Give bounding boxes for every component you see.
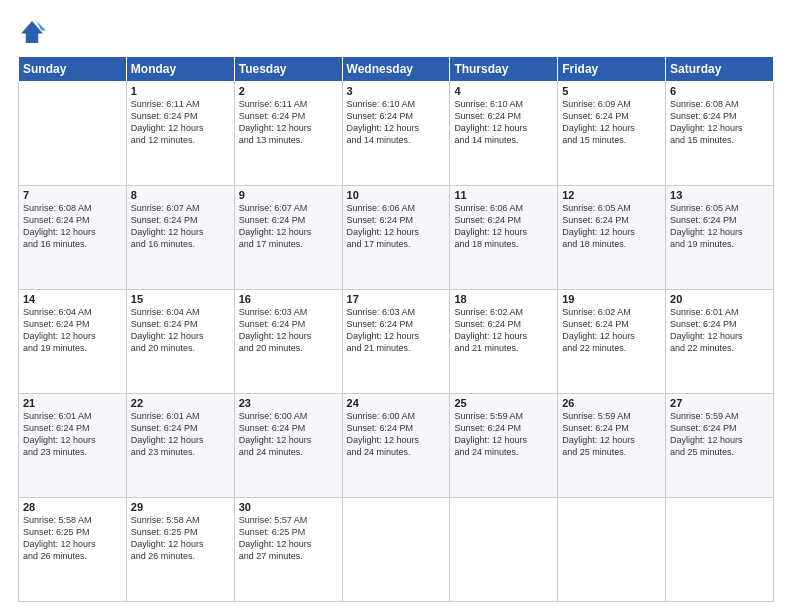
calendar-cell: 2Sunrise: 6:11 AM Sunset: 6:24 PM Daylig… bbox=[234, 82, 342, 186]
day-info: Sunrise: 6:03 AM Sunset: 6:24 PM Dayligh… bbox=[347, 306, 446, 355]
day-info: Sunrise: 6:08 AM Sunset: 6:24 PM Dayligh… bbox=[23, 202, 122, 251]
calendar-week-3: 14Sunrise: 6:04 AM Sunset: 6:24 PM Dayli… bbox=[19, 290, 774, 394]
calendar-cell: 1Sunrise: 6:11 AM Sunset: 6:24 PM Daylig… bbox=[126, 82, 234, 186]
day-info: Sunrise: 6:00 AM Sunset: 6:24 PM Dayligh… bbox=[347, 410, 446, 459]
day-header-saturday: Saturday bbox=[666, 57, 774, 82]
logo bbox=[18, 18, 50, 46]
calendar-cell: 13Sunrise: 6:05 AM Sunset: 6:24 PM Dayli… bbox=[666, 186, 774, 290]
calendar-cell: 4Sunrise: 6:10 AM Sunset: 6:24 PM Daylig… bbox=[450, 82, 558, 186]
day-info: Sunrise: 6:03 AM Sunset: 6:24 PM Dayligh… bbox=[239, 306, 338, 355]
day-info: Sunrise: 5:59 AM Sunset: 6:24 PM Dayligh… bbox=[454, 410, 553, 459]
day-number: 16 bbox=[239, 293, 338, 305]
day-number: 21 bbox=[23, 397, 122, 409]
logo-icon bbox=[18, 18, 46, 46]
day-number: 9 bbox=[239, 189, 338, 201]
day-number: 10 bbox=[347, 189, 446, 201]
day-number: 8 bbox=[131, 189, 230, 201]
calendar-cell: 26Sunrise: 5:59 AM Sunset: 6:24 PM Dayli… bbox=[558, 394, 666, 498]
calendar-cell bbox=[450, 498, 558, 602]
calendar-cell: 22Sunrise: 6:01 AM Sunset: 6:24 PM Dayli… bbox=[126, 394, 234, 498]
day-header-sunday: Sunday bbox=[19, 57, 127, 82]
day-info: Sunrise: 5:59 AM Sunset: 6:24 PM Dayligh… bbox=[670, 410, 769, 459]
day-info: Sunrise: 6:01 AM Sunset: 6:24 PM Dayligh… bbox=[670, 306, 769, 355]
day-number: 25 bbox=[454, 397, 553, 409]
day-info: Sunrise: 6:00 AM Sunset: 6:24 PM Dayligh… bbox=[239, 410, 338, 459]
calendar-cell: 6Sunrise: 6:08 AM Sunset: 6:24 PM Daylig… bbox=[666, 82, 774, 186]
calendar-cell: 12Sunrise: 6:05 AM Sunset: 6:24 PM Dayli… bbox=[558, 186, 666, 290]
calendar-header-row: SundayMondayTuesdayWednesdayThursdayFrid… bbox=[19, 57, 774, 82]
day-info: Sunrise: 6:01 AM Sunset: 6:24 PM Dayligh… bbox=[131, 410, 230, 459]
day-number: 5 bbox=[562, 85, 661, 97]
day-number: 30 bbox=[239, 501, 338, 513]
day-info: Sunrise: 6:04 AM Sunset: 6:24 PM Dayligh… bbox=[131, 306, 230, 355]
day-header-tuesday: Tuesday bbox=[234, 57, 342, 82]
day-info: Sunrise: 6:05 AM Sunset: 6:24 PM Dayligh… bbox=[670, 202, 769, 251]
day-number: 27 bbox=[670, 397, 769, 409]
calendar-cell: 29Sunrise: 5:58 AM Sunset: 6:25 PM Dayli… bbox=[126, 498, 234, 602]
day-info: Sunrise: 6:05 AM Sunset: 6:24 PM Dayligh… bbox=[562, 202, 661, 251]
day-info: Sunrise: 6:11 AM Sunset: 6:24 PM Dayligh… bbox=[239, 98, 338, 147]
calendar-cell: 18Sunrise: 6:02 AM Sunset: 6:24 PM Dayli… bbox=[450, 290, 558, 394]
day-info: Sunrise: 6:08 AM Sunset: 6:24 PM Dayligh… bbox=[670, 98, 769, 147]
day-number: 26 bbox=[562, 397, 661, 409]
calendar-cell bbox=[19, 82, 127, 186]
day-info: Sunrise: 6:10 AM Sunset: 6:24 PM Dayligh… bbox=[347, 98, 446, 147]
calendar-cell: 14Sunrise: 6:04 AM Sunset: 6:24 PM Dayli… bbox=[19, 290, 127, 394]
day-info: Sunrise: 6:02 AM Sunset: 6:24 PM Dayligh… bbox=[454, 306, 553, 355]
day-number: 2 bbox=[239, 85, 338, 97]
day-number: 11 bbox=[454, 189, 553, 201]
day-number: 29 bbox=[131, 501, 230, 513]
day-number: 19 bbox=[562, 293, 661, 305]
calendar-week-1: 1Sunrise: 6:11 AM Sunset: 6:24 PM Daylig… bbox=[19, 82, 774, 186]
day-info: Sunrise: 5:57 AM Sunset: 6:25 PM Dayligh… bbox=[239, 514, 338, 563]
header bbox=[18, 18, 774, 46]
calendar-cell bbox=[342, 498, 450, 602]
calendar-cell: 9Sunrise: 6:07 AM Sunset: 6:24 PM Daylig… bbox=[234, 186, 342, 290]
calendar-cell: 30Sunrise: 5:57 AM Sunset: 6:25 PM Dayli… bbox=[234, 498, 342, 602]
calendar-cell: 7Sunrise: 6:08 AM Sunset: 6:24 PM Daylig… bbox=[19, 186, 127, 290]
calendar-cell: 5Sunrise: 6:09 AM Sunset: 6:24 PM Daylig… bbox=[558, 82, 666, 186]
day-number: 7 bbox=[23, 189, 122, 201]
day-header-wednesday: Wednesday bbox=[342, 57, 450, 82]
day-number: 13 bbox=[670, 189, 769, 201]
calendar-cell: 3Sunrise: 6:10 AM Sunset: 6:24 PM Daylig… bbox=[342, 82, 450, 186]
calendar-cell: 25Sunrise: 5:59 AM Sunset: 6:24 PM Dayli… bbox=[450, 394, 558, 498]
calendar-cell bbox=[666, 498, 774, 602]
day-info: Sunrise: 5:59 AM Sunset: 6:24 PM Dayligh… bbox=[562, 410, 661, 459]
day-info: Sunrise: 5:58 AM Sunset: 6:25 PM Dayligh… bbox=[131, 514, 230, 563]
day-info: Sunrise: 6:09 AM Sunset: 6:24 PM Dayligh… bbox=[562, 98, 661, 147]
day-info: Sunrise: 6:07 AM Sunset: 6:24 PM Dayligh… bbox=[239, 202, 338, 251]
day-header-friday: Friday bbox=[558, 57, 666, 82]
day-number: 15 bbox=[131, 293, 230, 305]
calendar-cell: 16Sunrise: 6:03 AM Sunset: 6:24 PM Dayli… bbox=[234, 290, 342, 394]
calendar-cell: 23Sunrise: 6:00 AM Sunset: 6:24 PM Dayli… bbox=[234, 394, 342, 498]
day-info: Sunrise: 6:06 AM Sunset: 6:24 PM Dayligh… bbox=[347, 202, 446, 251]
calendar-cell: 27Sunrise: 5:59 AM Sunset: 6:24 PM Dayli… bbox=[666, 394, 774, 498]
calendar-cell: 19Sunrise: 6:02 AM Sunset: 6:24 PM Dayli… bbox=[558, 290, 666, 394]
page: SundayMondayTuesdayWednesdayThursdayFrid… bbox=[0, 0, 792, 612]
day-number: 20 bbox=[670, 293, 769, 305]
day-number: 3 bbox=[347, 85, 446, 97]
calendar-cell: 20Sunrise: 6:01 AM Sunset: 6:24 PM Dayli… bbox=[666, 290, 774, 394]
calendar-cell: 21Sunrise: 6:01 AM Sunset: 6:24 PM Dayli… bbox=[19, 394, 127, 498]
calendar-week-5: 28Sunrise: 5:58 AM Sunset: 6:25 PM Dayli… bbox=[19, 498, 774, 602]
calendar-cell: 15Sunrise: 6:04 AM Sunset: 6:24 PM Dayli… bbox=[126, 290, 234, 394]
day-number: 24 bbox=[347, 397, 446, 409]
day-info: Sunrise: 6:10 AM Sunset: 6:24 PM Dayligh… bbox=[454, 98, 553, 147]
calendar-cell: 8Sunrise: 6:07 AM Sunset: 6:24 PM Daylig… bbox=[126, 186, 234, 290]
calendar-week-2: 7Sunrise: 6:08 AM Sunset: 6:24 PM Daylig… bbox=[19, 186, 774, 290]
day-info: Sunrise: 6:11 AM Sunset: 6:24 PM Dayligh… bbox=[131, 98, 230, 147]
calendar-table: SundayMondayTuesdayWednesdayThursdayFrid… bbox=[18, 56, 774, 602]
calendar-cell: 28Sunrise: 5:58 AM Sunset: 6:25 PM Dayli… bbox=[19, 498, 127, 602]
day-number: 4 bbox=[454, 85, 553, 97]
day-info: Sunrise: 6:04 AM Sunset: 6:24 PM Dayligh… bbox=[23, 306, 122, 355]
calendar-cell: 10Sunrise: 6:06 AM Sunset: 6:24 PM Dayli… bbox=[342, 186, 450, 290]
day-number: 14 bbox=[23, 293, 122, 305]
day-info: Sunrise: 5:58 AM Sunset: 6:25 PM Dayligh… bbox=[23, 514, 122, 563]
day-number: 1 bbox=[131, 85, 230, 97]
day-number: 28 bbox=[23, 501, 122, 513]
calendar-cell bbox=[558, 498, 666, 602]
day-header-monday: Monday bbox=[126, 57, 234, 82]
day-number: 22 bbox=[131, 397, 230, 409]
day-header-thursday: Thursday bbox=[450, 57, 558, 82]
